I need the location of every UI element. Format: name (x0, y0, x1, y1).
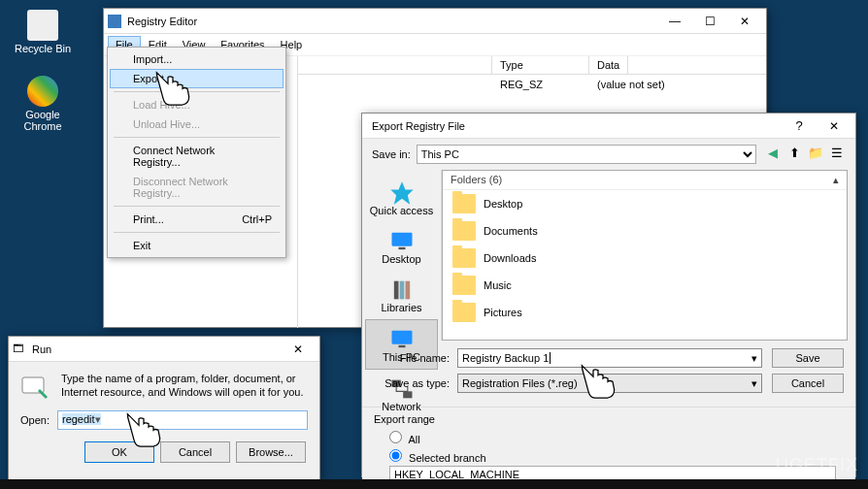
desktop-icon-chrome[interactable]: Google Chrome (14, 76, 72, 132)
chrome-icon (27, 76, 58, 107)
save-type-combo[interactable]: Registration Files (*.reg)▾ (457, 374, 762, 393)
svg-rect-7 (398, 345, 405, 347)
open-input[interactable]: regedit▾ (57, 410, 308, 430)
folder-item-downloads[interactable]: Downloads (443, 244, 847, 272)
open-label: Open: (20, 414, 50, 426)
save-in-combo[interactable]: This PC (417, 145, 756, 164)
help-button[interactable]: ? (782, 114, 817, 138)
range-selected-radio[interactable]: Selected branch (374, 447, 844, 466)
run-dialog: 🗔 Run ✕ Type the name of a program, fold… (8, 336, 320, 481)
export-range-group: Export range All Selected branch (362, 407, 855, 489)
place-label: Desktop (364, 253, 439, 265)
col-name[interactable] (298, 56, 492, 74)
folder-label: Documents (484, 225, 538, 237)
svg-rect-3 (393, 281, 398, 300)
menu-separator (114, 232, 280, 233)
svg-rect-4 (399, 281, 404, 300)
back-icon[interactable]: ◀ (764, 146, 782, 163)
file-name-input[interactable]: Registry Backup 1▾ (457, 348, 762, 368)
range-all-radio[interactable]: All (374, 429, 844, 447)
regedit-titlebar[interactable]: Registry Editor — ☐ ✕ (104, 9, 766, 34)
place-desktop[interactable]: Desktop (362, 222, 441, 271)
close-button[interactable]: ✕ (817, 114, 851, 138)
folder-item-desktop[interactable]: Desktop (443, 190, 847, 217)
svg-rect-9 (403, 391, 412, 398)
place-label: Libraries (364, 302, 439, 313)
folder-group-header[interactable]: Folders (6) ▴ (443, 171, 847, 190)
desktop-icon-recycle[interactable]: Recycle Bin (14, 10, 72, 54)
folder-icon (452, 303, 476, 322)
export-titlebar[interactable]: Export Registry File ? ✕ (362, 114, 855, 139)
cancel-button[interactable]: Cancel (160, 441, 230, 463)
menu-print-label: Print... (133, 213, 164, 225)
menu-connect-network[interactable]: Connect Network Registry... (110, 141, 284, 172)
menu-import[interactable]: Import... (110, 49, 284, 69)
menu-separator (114, 91, 280, 92)
folder-icon (452, 194, 476, 213)
folder-view[interactable]: Folders (6) ▴ Desktop Documents Download… (442, 170, 848, 341)
folder-icon (452, 276, 476, 295)
run-app-icon: 🗔 (13, 342, 26, 356)
new-folder-icon[interactable]: 📁 (807, 146, 824, 163)
folder-label: Downloads (484, 252, 536, 264)
desktop-icon-label: Google Chrome (14, 109, 72, 132)
browse-button[interactable]: Browse... (236, 441, 306, 463)
svg-rect-5 (405, 281, 410, 300)
svg-rect-6 (391, 331, 412, 344)
recycle-bin-icon (27, 10, 58, 41)
up-icon[interactable]: ⬆ (785, 146, 803, 163)
collapse-icon[interactable]: ▴ (833, 174, 839, 186)
menu-load-hive: Load Hive... (110, 95, 284, 114)
menu-exit[interactable]: Exit (110, 236, 284, 255)
regedit-app-icon (108, 15, 121, 28)
place-label: Network (364, 401, 439, 412)
col-data[interactable]: Data (589, 56, 628, 74)
desktop-icon-label: Recycle Bin (14, 43, 72, 54)
menu-print-shortcut: Ctrl+P (242, 213, 272, 225)
cancel-button[interactable]: Cancel (772, 374, 844, 393)
menu-export[interactable]: Export... (110, 69, 284, 88)
folder-label: Desktop (484, 198, 522, 210)
folder-label: Music (484, 279, 512, 291)
place-label: Quick access (364, 205, 439, 216)
folder-item-documents[interactable]: Documents (443, 217, 847, 244)
run-description: Type the name of a program, folder, docu… (61, 372, 308, 403)
folder-icon (452, 221, 476, 241)
menu-unload-hive: Unload Hive... (110, 114, 284, 134)
menu-separator (114, 137, 280, 138)
col-type[interactable]: Type (492, 56, 589, 74)
save-button[interactable]: Save (772, 348, 844, 368)
file-name-label: File name: (374, 352, 450, 364)
svg-marker-0 (390, 181, 413, 204)
run-titlebar[interactable]: 🗔 Run ✕ (9, 337, 319, 362)
maximize-button[interactable]: ☐ (692, 10, 727, 33)
place-libraries[interactable]: Libraries (362, 271, 441, 319)
minimize-button[interactable]: — (657, 10, 692, 33)
taskbar[interactable] (0, 479, 868, 489)
folder-item-music[interactable]: Music (443, 272, 847, 299)
svg-rect-1 (391, 233, 412, 246)
regedit-title: Registry Editor (121, 16, 657, 27)
folder-item-pictures[interactable]: Pictures (443, 299, 847, 326)
menu-separator (114, 206, 280, 207)
menu-disconnect-network: Disconnect Network Registry... (110, 172, 284, 203)
cell-data: (value not set) (589, 77, 673, 92)
save-in-label: Save in: (372, 148, 411, 160)
export-dialog: Export Registry File ? ✕ Save in: This P… (361, 113, 856, 477)
run-icon (20, 372, 51, 403)
ok-button[interactable]: OK (84, 441, 154, 463)
text-cursor (550, 352, 551, 364)
svg-rect-2 (398, 247, 405, 249)
watermark: UGETFIX (776, 455, 858, 475)
table-row[interactable]: REG_SZ (value not set) (298, 75, 766, 94)
save-type-label: Save as type: (374, 377, 450, 389)
close-button[interactable]: ✕ (281, 338, 316, 361)
view-icon[interactable]: ☰ (828, 146, 846, 163)
places-bar: Quick access Desktop Libraries This PC N… (362, 170, 442, 341)
folder-label: Pictures (484, 307, 522, 318)
close-button[interactable]: ✕ (727, 10, 762, 33)
menu-print[interactable]: Print... Ctrl+P (110, 210, 284, 229)
cell-type: REG_SZ (492, 77, 589, 92)
file-menu-dropdown: Import... Export... Load Hive... Unload … (107, 47, 286, 258)
place-quick-access[interactable]: Quick access (362, 174, 441, 222)
